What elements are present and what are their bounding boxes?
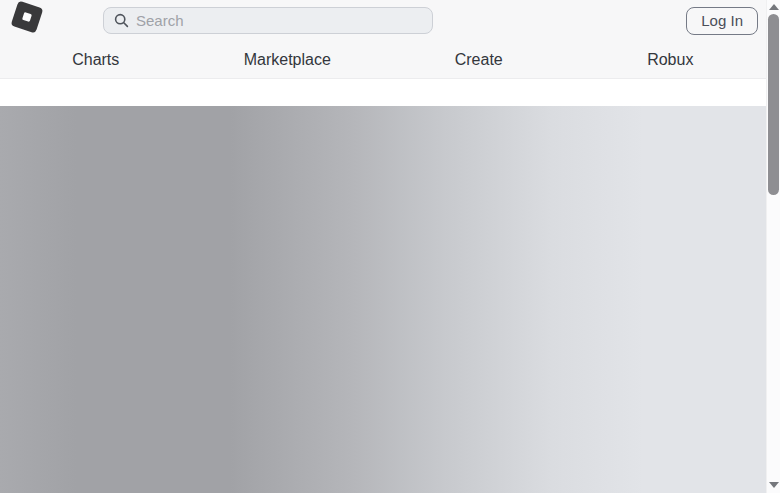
search-input[interactable] — [136, 12, 422, 29]
loading-placeholder-block — [0, 106, 766, 493]
login-button[interactable]: Log In — [686, 7, 758, 35]
header-content-gap — [0, 79, 766, 106]
site-header: Log In Charts Marketplace Create Robux — [0, 0, 766, 79]
scrollbar-thumb[interactable] — [768, 14, 779, 195]
header-top-row: Log In — [0, 0, 766, 44]
page: Log In Charts Marketplace Create Robux — [0, 0, 766, 493]
scrollbar-up-arrow-icon[interactable] — [769, 4, 779, 10]
vertical-scrollbar[interactable] — [766, 0, 780, 493]
search-icon — [114, 13, 129, 28]
nav-tab-robux[interactable]: Robux — [575, 44, 767, 78]
nav-tab-marketplace[interactable]: Marketplace — [192, 44, 384, 78]
nav-tab-create[interactable]: Create — [383, 44, 575, 78]
search-bar[interactable] — [103, 7, 433, 34]
scrollbar-down-arrow-icon[interactable] — [769, 482, 779, 488]
main-nav: Charts Marketplace Create Robux — [0, 44, 766, 78]
nav-tab-charts[interactable]: Charts — [0, 44, 192, 78]
roblox-logo-hole — [22, 12, 32, 22]
roblox-logo-icon[interactable] — [11, 1, 44, 34]
app-window: Log In Charts Marketplace Create Robux — [0, 0, 780, 493]
